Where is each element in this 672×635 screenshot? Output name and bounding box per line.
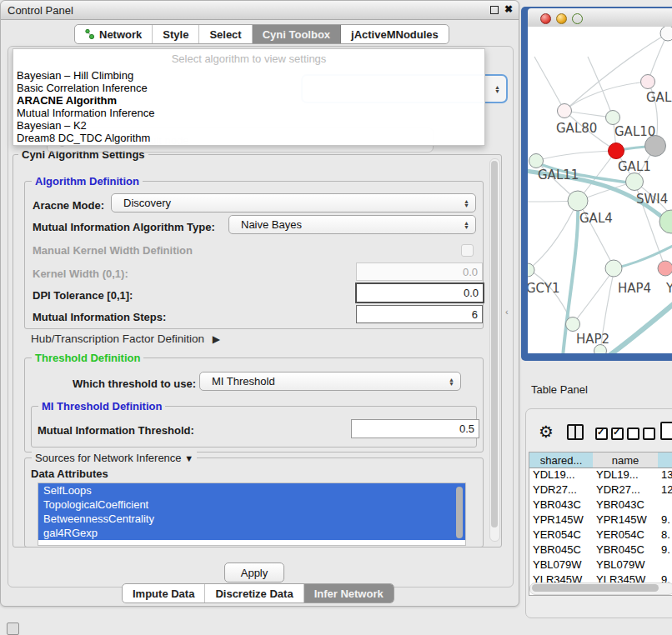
table-cell[interactable] — [658, 558, 672, 572]
apply-button[interactable]: Apply — [224, 562, 284, 582]
settings-scrollbar[interactable] — [489, 158, 500, 542]
cyni-bottom-tabbar: Impute DataDiscretize DataInfer Network — [122, 583, 394, 603]
mi-steps-input[interactable]: 6 — [356, 305, 483, 323]
column-header[interactable]: shared... — [529, 452, 594, 468]
stepper-icon: ▲▼ — [464, 221, 469, 229]
table-cell[interactable]: 13 — [658, 468, 672, 482]
tab-select[interactable]: Select — [199, 25, 252, 43]
data-attributes-list[interactable]: SelfLoopsTopologicalCoefficientBetweenne… — [38, 482, 466, 546]
mi-algorithm-type-combo[interactable]: Naive Bayes ▲▼ — [228, 215, 476, 234]
tab-cyni-toolbox[interactable]: Cyni Toolbox — [253, 25, 341, 43]
checked-boxes-icon[interactable] — [595, 428, 627, 442]
splitter-collapse-icon[interactable]: ‹ — [505, 307, 509, 317]
table-cell[interactable]: YBL079W — [593, 558, 658, 572]
window-close-button[interactable] — [540, 13, 551, 24]
aracne-mode-value: Discovery — [123, 197, 171, 209]
algorithm-option[interactable]: Dream8 DC_TDC Algorithm — [13, 132, 484, 144]
table-cell[interactable]: YER054C — [529, 528, 593, 542]
network-node-swi4[interactable] — [659, 210, 672, 233]
network-node[interactable] — [609, 143, 624, 159]
table-hscrollbar[interactable] — [529, 582, 672, 595]
which-threshold-combo[interactable]: MI Threshold ▲▼ — [199, 372, 461, 391]
table-cell[interactable]: YPR145W — [593, 512, 658, 528]
algorithm-option[interactable]: ARACNE Algorithm — [13, 94, 484, 107]
network-node-y[interactable] — [658, 261, 672, 276]
unchecked-boxes-icon[interactable] — [627, 428, 659, 442]
apply-button-label: Apply — [241, 567, 268, 579]
algorithm-option[interactable]: Basic Correlation Inference — [13, 82, 484, 94]
network-node-gal11[interactable] — [529, 154, 544, 168]
table-cell[interactable]: 12 — [658, 482, 672, 498]
table-header-row[interactable]: shared...nameA — [529, 452, 672, 468]
close-icon[interactable]: ✖ — [504, 3, 513, 15]
node-label: GAL4 — [579, 211, 613, 226]
table-cell[interactable]: YBR043C — [529, 498, 593, 512]
control-panel-titlebar[interactable]: Control Panel ✖ — [1, 1, 519, 20]
algorithm-option[interactable]: Bayesian – Hill Climbing — [13, 69, 484, 82]
bottom-tab-infer-network[interactable]: Infer Network — [304, 584, 394, 602]
algorithm-option[interactable]: Bayesian – K2 — [13, 119, 484, 132]
list-scrollbar[interactable] — [456, 487, 463, 538]
stepper-icon: ▲▼ — [464, 199, 469, 208]
bottom-tab-impute-data[interactable]: Impute Data — [123, 584, 205, 602]
expander-arrow-icon: ▶ — [213, 333, 220, 345]
manual-kernel-checkbox[interactable] — [461, 244, 474, 257]
network-node-gal10[interactable] — [606, 111, 620, 125]
table-cell[interactable]: YBR043C — [593, 498, 658, 512]
table-cell[interactable]: YER054C — [593, 528, 658, 542]
data-attribute-item[interactable]: SelfLoops — [38, 483, 465, 498]
network-node-hap2[interactable] — [566, 318, 580, 332]
algorithm-option[interactable]: Mutual Information Inference — [13, 107, 484, 119]
window-minimize-button[interactable] — [556, 13, 567, 24]
hub-definition-expander[interactable]: Hub/Transcription Factor Definition ▶ — [31, 332, 220, 345]
table-cell[interactable]: YDL19... — [593, 468, 658, 482]
dpi-tolerance-input[interactable]: 0.0 — [355, 282, 484, 303]
gear-icon[interactable]: ⚙ — [539, 422, 554, 442]
table-cell[interactable]: YDR27... — [593, 482, 658, 498]
float-icon[interactable] — [490, 6, 499, 14]
table-cell[interactable]: 8. — [658, 528, 672, 542]
node-label: GAL10 — [614, 124, 655, 139]
network-canvas[interactable]: GALGAL80GAL10GAL1GAL11GAL4SWI4GCY1HAP4YH… — [528, 27, 672, 353]
table-cell[interactable]: YPR145W — [529, 512, 593, 528]
mi-threshold-input[interactable]: 0.5 — [351, 419, 479, 438]
network-node-hap4[interactable] — [605, 260, 622, 277]
mi-type-label: Mutual Information Algorithm Type: — [33, 221, 215, 233]
node-table[interactable]: shared...nameA YDL19...YDL19...13YDR27..… — [529, 452, 672, 596]
tab-network[interactable]: Network — [75, 25, 153, 43]
network-node[interactable] — [660, 27, 672, 41]
bottom-tab-label: Discretize Data — [215, 588, 293, 600]
table-cell[interactable]: YBR045C — [529, 542, 593, 558]
network-node-gal80[interactable] — [558, 104, 572, 118]
tab-style[interactable]: Style — [153, 25, 199, 43]
screen: Control Panel ✖ NetworkStyleSelectCyni T… — [0, 0, 672, 635]
network-node-gal4[interactable] — [568, 191, 588, 211]
network-node-gal[interactable] — [641, 75, 655, 89]
threshold-definition-title: Threshold Definition — [32, 352, 143, 364]
network-node-gal1[interactable] — [626, 173, 644, 191]
table-cell[interactable] — [658, 498, 672, 512]
data-attribute-item[interactable]: TopologicalCoefficient — [38, 498, 465, 512]
aracne-mode-combo[interactable]: Discovery ▲▼ — [111, 193, 476, 212]
data-attribute-item[interactable]: BetweennessCentrality — [38, 512, 465, 526]
table-cell[interactable]: YDR27... — [529, 482, 593, 498]
column-header[interactable]: A — [658, 452, 672, 468]
kernel-width-value: 0.0 — [463, 266, 478, 278]
table-cell[interactable]: 9. — [658, 512, 672, 528]
table-cell[interactable]: 9. — [658, 542, 672, 558]
column-header[interactable]: name — [593, 452, 659, 468]
split-columns-icon[interactable] — [567, 424, 584, 440]
document-icon[interactable] — [660, 422, 672, 440]
network-window-titlebar[interactable] — [528, 8, 672, 28]
kernel-width-input[interactable]: 0.0 — [356, 262, 483, 281]
table-cell[interactable]: YDL19... — [529, 468, 593, 482]
tab-jactivemnodules[interactable]: jActiveMNodules — [341, 25, 449, 43]
bottom-tab-label: Impute Data — [133, 588, 194, 600]
table-cell[interactable]: YBL079W — [529, 558, 593, 572]
sources-group-title[interactable]: Sources for Network Inference ▼ — [32, 452, 197, 464]
data-attribute-item[interactable]: gal4RGexp — [38, 526, 465, 540]
table-cell[interactable]: YBR045C — [593, 542, 658, 558]
collapsed-panel-icon[interactable] — [7, 622, 19, 635]
window-zoom-button[interactable] — [572, 13, 583, 24]
bottom-tab-discretize-data[interactable]: Discretize Data — [205, 584, 303, 602]
